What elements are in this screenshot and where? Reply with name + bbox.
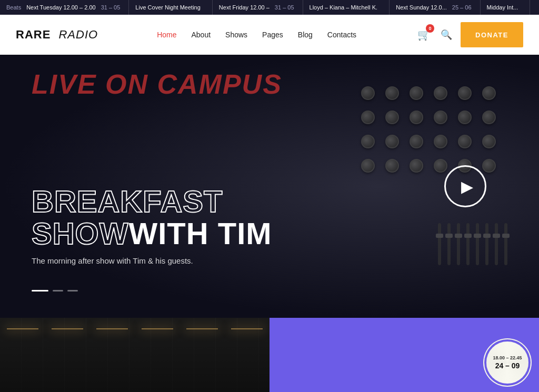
hero-title-line2: SHOW WITH TIM xyxy=(32,218,272,250)
cart-badge: 0 xyxy=(426,24,434,33)
fader xyxy=(485,223,488,265)
hero-title-show: SHOW xyxy=(32,218,128,250)
hero-title-with-tim: WITH TIM xyxy=(128,218,272,250)
knob xyxy=(482,159,496,173)
ticker-bar: Beats Next Tuesday 12.00 – 2.00 31 – 05 … xyxy=(0,0,539,15)
fader xyxy=(447,223,451,265)
fader xyxy=(438,223,441,265)
knob xyxy=(385,135,399,148)
slide-indicator-3[interactable] xyxy=(67,290,78,292)
knob xyxy=(410,86,423,100)
donate-button[interactable]: DONATE xyxy=(461,22,523,47)
slide-indicator-2[interactable] xyxy=(53,290,63,292)
cart-button[interactable]: 🛒 0 xyxy=(415,26,432,43)
knob xyxy=(482,86,496,100)
header: RARE RADIO Home About Shows Pages Blog C… xyxy=(0,15,539,55)
knob xyxy=(385,110,399,124)
ticker-event-4: Lloyd – Kiana – Mitchell K. xyxy=(310,4,378,11)
play-button[interactable]: ▶ xyxy=(444,165,486,207)
knob xyxy=(434,159,447,173)
fader xyxy=(495,223,498,265)
underground-lights xyxy=(0,328,270,329)
bottom-right-panel: 18.00 – 22.45 24 – 09 xyxy=(270,318,539,392)
nav-shows[interactable]: Shows xyxy=(225,31,247,39)
light-3 xyxy=(96,328,128,329)
light-1 xyxy=(7,328,38,329)
ticker-date-1: 31 – 05 xyxy=(101,4,121,11)
fader xyxy=(466,223,470,265)
ticker-event-1: Next Tuesday 12.00 – 2.00 xyxy=(26,4,95,11)
nav-contacts[interactable]: Contacts xyxy=(327,31,356,39)
play-icon: ▶ xyxy=(461,177,473,196)
knob xyxy=(385,159,399,173)
knob xyxy=(434,135,447,148)
knob xyxy=(458,110,472,124)
hero-content: BREAKFAST SHOW WITH TIM The morning afte… xyxy=(32,186,272,265)
knob xyxy=(385,86,399,100)
badge-time-text: 18.00 – 22.45 xyxy=(493,355,522,361)
knob xyxy=(361,159,375,173)
slide-indicators xyxy=(32,290,78,292)
badge-date-text: 24 – 09 xyxy=(495,361,520,370)
knob xyxy=(458,135,472,148)
ticker-label-1: Beats xyxy=(6,4,21,11)
ticker-segment-2: Live Cover Night Meeting xyxy=(129,0,213,15)
main-nav: Home About Shows Pages Blog Contacts xyxy=(157,31,356,39)
bottom-strip: 18.00 – 22.45 24 – 09 xyxy=(0,318,539,392)
ticker-date-5: 25 – 06 xyxy=(452,4,472,11)
underground-image xyxy=(0,318,270,392)
knob-grid xyxy=(361,86,497,174)
knob xyxy=(482,135,496,148)
nav-blog[interactable]: Blog xyxy=(298,31,313,39)
fader-section xyxy=(438,223,507,265)
ticker-segment-1: Beats Next Tuesday 12.00 – 2.00 31 – 05 xyxy=(0,0,129,15)
hero-title-line1: BREAKFAST xyxy=(32,186,272,218)
logo: RARE RADIO xyxy=(16,28,98,42)
light-5 xyxy=(186,328,218,329)
hero-section: LIVE ON CAMPUS BREAKFAST SHOW WITH TIM T… xyxy=(0,55,539,318)
bottom-left-panel xyxy=(0,318,270,392)
fader xyxy=(457,223,460,265)
header-actions: 🛒 0 🔍 DONATE xyxy=(415,22,523,47)
nav-pages[interactable]: Pages xyxy=(262,31,283,39)
light-2 xyxy=(52,328,83,329)
knob xyxy=(361,86,375,100)
knob xyxy=(434,86,447,100)
nav-about[interactable]: About xyxy=(191,31,211,39)
time-badge: 18.00 – 22.45 24 – 09 xyxy=(486,341,528,384)
search-button[interactable]: 🔍 xyxy=(441,29,452,41)
light-6 xyxy=(231,328,263,329)
knob xyxy=(458,86,472,100)
knob xyxy=(410,135,423,148)
knob xyxy=(434,110,447,124)
hero-subtitle: The morning after show with Tim & his gu… xyxy=(32,256,272,265)
ticker-inner: Beats Next Tuesday 12.00 – 2.00 31 – 05 … xyxy=(0,0,539,15)
ticker-segment-5: Next Sunday 12.0... 25 – 06 xyxy=(390,0,480,15)
knob xyxy=(482,110,496,124)
light-4 xyxy=(142,328,173,329)
slide-indicator-1[interactable] xyxy=(32,290,48,292)
knob xyxy=(361,135,375,148)
knob xyxy=(361,110,375,124)
ticker-event-2: Live Cover Night Meeting xyxy=(135,4,201,11)
ticker-date-3: 31 – 05 xyxy=(275,4,294,11)
ticker-segment-4: Lloyd – Kiana – Mitchell K. xyxy=(303,0,390,15)
live-on-campus-text: LIVE ON CAMPUS xyxy=(32,71,282,98)
logo-radio: RADIO xyxy=(58,28,98,42)
search-icon: 🔍 xyxy=(441,29,452,41)
fader xyxy=(504,223,507,265)
ticker-event-6: Midday Int... xyxy=(487,4,518,11)
ticker-segment-3: Next Friday 12.00 – 31 – 05 xyxy=(213,0,303,15)
ticker-segment-6: Midday Int... xyxy=(481,0,531,15)
knob xyxy=(410,110,423,124)
ticker-event-5: Next Sunday 12.0... xyxy=(396,4,447,11)
ticker-event-3: Next Friday 12.00 – xyxy=(219,4,270,11)
fader xyxy=(476,223,479,265)
nav-home[interactable]: Home xyxy=(157,31,176,39)
knob xyxy=(410,159,423,173)
logo-rare: RARE xyxy=(16,28,51,42)
